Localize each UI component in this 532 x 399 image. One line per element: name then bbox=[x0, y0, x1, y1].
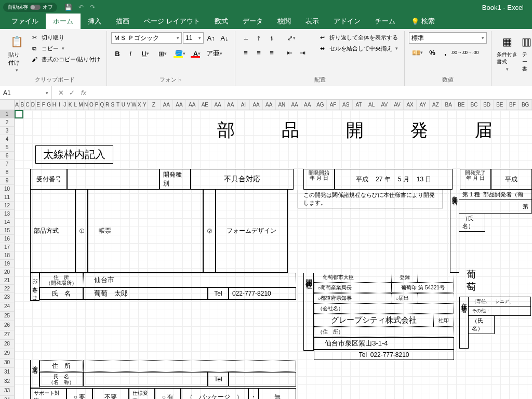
row-header[interactable]: 30 bbox=[0, 358, 14, 368]
col-header[interactable]: G bbox=[46, 100, 51, 110]
tab-addin[interactable]: アドイン bbox=[326, 14, 368, 29]
font-name-combo[interactable]: ＭＳ Ｐゴシック▾ bbox=[111, 32, 182, 44]
col-header[interactable]: BD bbox=[481, 100, 494, 110]
col-header[interactable]: AA bbox=[173, 100, 186, 110]
col-header[interactable]: O bbox=[89, 100, 94, 110]
row-header[interactable]: 34 bbox=[0, 396, 14, 399]
cancel-formula-icon[interactable]: ✕ bbox=[58, 89, 64, 97]
decrease-indent-icon[interactable]: ⇤ bbox=[283, 47, 296, 58]
col-header[interactable]: AA bbox=[301, 100, 314, 110]
row-header[interactable]: 32 bbox=[0, 377, 14, 387]
col-header[interactable]: L bbox=[73, 100, 78, 110]
tab-review[interactable]: 校閲 bbox=[270, 14, 298, 29]
row-header[interactable]: 28 bbox=[0, 340, 14, 349]
tab-layout[interactable]: ページ レイアウト bbox=[137, 14, 207, 29]
row-header[interactable]: 11 bbox=[0, 193, 14, 202]
enter-formula-icon[interactable]: ✓ bbox=[69, 89, 75, 97]
tab-insert[interactable]: 挿入 bbox=[81, 14, 109, 29]
font-color-button[interactable]: A▾ bbox=[189, 48, 205, 59]
row-header[interactable]: 27 bbox=[0, 330, 14, 340]
row-header[interactable]: 15 bbox=[0, 227, 14, 235]
row-header[interactable]: 17 bbox=[0, 243, 14, 251]
col-header[interactable]: BE bbox=[494, 100, 507, 110]
col-header[interactable]: W bbox=[131, 100, 137, 110]
row-header[interactable]: 4 bbox=[0, 135, 14, 143]
col-header[interactable]: AT bbox=[353, 100, 366, 110]
row-header[interactable]: 18 bbox=[0, 251, 14, 260]
align-middle-icon[interactable]: ⫯ bbox=[252, 32, 265, 44]
fill-color-button[interactable]: 🪣▾ bbox=[171, 48, 188, 59]
wrap-text-button[interactable]: ↩折り返して全体を表示する bbox=[316, 32, 400, 43]
col-header[interactable]: P bbox=[95, 100, 100, 110]
tab-data[interactable]: データ bbox=[235, 14, 270, 29]
row-header[interactable]: 29 bbox=[0, 349, 14, 358]
col-header[interactable]: U bbox=[121, 100, 126, 110]
col-header[interactable]: F bbox=[41, 100, 46, 110]
table-format-button[interactable]: ▥ テー書 bbox=[521, 32, 532, 74]
col-header[interactable]: H bbox=[52, 100, 57, 110]
col-header[interactable]: I bbox=[57, 100, 62, 110]
col-header[interactable]: Y bbox=[142, 100, 148, 110]
col-header[interactable]: BG bbox=[519, 100, 532, 110]
worksheet[interactable]: 部品開発届 太線枠内記入 受付番号 開発種別 不具合対応 開発開始年 月 日 平… bbox=[15, 110, 532, 399]
align-center-icon[interactable]: ≡ bbox=[252, 47, 265, 58]
row-header[interactable]: 8 bbox=[0, 168, 14, 177]
col-header[interactable]: AA bbox=[161, 100, 174, 110]
row-header[interactable]: 33 bbox=[0, 387, 14, 396]
row-header[interactable]: 31 bbox=[0, 368, 14, 377]
increase-font-icon[interactable]: A↑ bbox=[205, 32, 217, 44]
tab-home[interactable]: ホーム bbox=[46, 14, 81, 29]
col-header[interactable]: A bbox=[15, 100, 20, 110]
tab-file[interactable]: ファイル bbox=[4, 14, 46, 29]
copy-button[interactable]: ⧉コピー ▾ bbox=[28, 43, 102, 54]
row-header[interactable]: 23 bbox=[0, 293, 14, 302]
fx-icon[interactable]: fx bbox=[81, 89, 86, 97]
row-header[interactable]: 25 bbox=[0, 312, 14, 321]
row-header[interactable]: 16 bbox=[0, 235, 14, 243]
row-header[interactable]: 6 bbox=[0, 152, 14, 160]
col-header[interactable]: AA bbox=[263, 100, 276, 110]
col-header[interactable]: V bbox=[126, 100, 131, 110]
align-left-icon[interactable]: ≡ bbox=[240, 47, 252, 58]
select-all-corner[interactable] bbox=[0, 100, 15, 110]
autosave-toggle[interactable]: 自動保存 オフ bbox=[3, 3, 57, 12]
col-header[interactable]: AF bbox=[327, 100, 340, 110]
cut-button[interactable]: ✂切り取り bbox=[28, 32, 102, 43]
orientation-button[interactable]: ⤢ ▾ bbox=[283, 32, 300, 44]
col-header[interactable]: BE bbox=[455, 100, 468, 110]
align-bottom-icon[interactable]: ⫮ bbox=[265, 32, 278, 44]
col-header[interactable]: J bbox=[62, 100, 68, 110]
comma-button[interactable]: , bbox=[439, 47, 451, 58]
tab-team[interactable]: チーム bbox=[368, 14, 403, 29]
col-header[interactable]: AE bbox=[199, 100, 212, 110]
align-top-icon[interactable]: ⫠ bbox=[240, 32, 252, 44]
search-box[interactable]: 💡 検索 bbox=[408, 14, 438, 29]
increase-decimal-icon[interactable]: .00→.0 bbox=[452, 47, 464, 58]
row-header[interactable]: 14 bbox=[0, 218, 14, 227]
col-header[interactable]: AA bbox=[224, 100, 237, 110]
conditional-format-button[interactable]: ▦ 条件付き書式▾ bbox=[496, 32, 518, 73]
col-header[interactable]: AI bbox=[237, 100, 250, 110]
row-header[interactable]: 5 bbox=[0, 143, 14, 152]
row-header[interactable]: 13 bbox=[0, 210, 14, 218]
col-header[interactable]: AS bbox=[340, 100, 353, 110]
row-header[interactable]: 12 bbox=[0, 202, 14, 210]
italic-button[interactable]: I bbox=[124, 48, 137, 59]
col-header[interactable]: E bbox=[36, 100, 41, 110]
row-header[interactable]: 7 bbox=[0, 160, 14, 168]
col-header[interactable]: AY bbox=[417, 100, 430, 110]
redo-icon[interactable]: ↷ bbox=[90, 4, 95, 11]
row-header[interactable]: 2 bbox=[0, 118, 14, 127]
col-header[interactable]: BF bbox=[507, 100, 520, 110]
currency-button[interactable]: 💴 ▾ bbox=[409, 47, 425, 58]
col-header[interactable]: X bbox=[137, 100, 142, 110]
col-header[interactable]: AA bbox=[250, 100, 263, 110]
tab-formulas[interactable]: 数式 bbox=[207, 14, 235, 29]
format-painter-button[interactable]: 🖌書式のコピー/貼り付け bbox=[28, 54, 102, 64]
name-box[interactable]: A1▾ bbox=[0, 86, 52, 99]
col-header[interactable]: AX bbox=[404, 100, 417, 110]
col-header[interactable]: C bbox=[25, 100, 30, 110]
increase-indent-icon[interactable]: ⇥ bbox=[296, 47, 309, 58]
decrease-font-icon[interactable]: A↓ bbox=[218, 32, 231, 44]
row-header[interactable]: 9 bbox=[0, 177, 14, 185]
